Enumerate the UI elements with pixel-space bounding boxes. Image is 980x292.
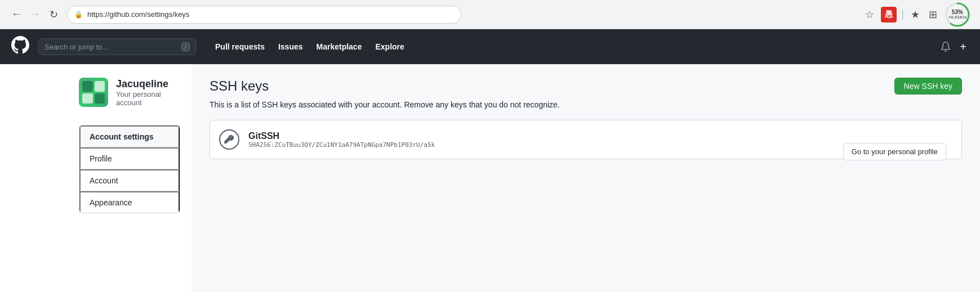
personal-profile-section: Go to your personal profile xyxy=(843,143,946,160)
key-info: GitSSH SHA256:ZCuTBuu3QY/ZCu1NY1aA79ATpN… xyxy=(248,131,435,149)
url-text: https://github.com/settings/keys xyxy=(87,10,189,19)
sidebar-item-account[interactable]: Account xyxy=(79,169,180,191)
extensions-button[interactable]: 愚 xyxy=(881,7,897,23)
user-info: Jacuqeline Your personal account xyxy=(116,78,180,107)
avatar-cell-tl xyxy=(82,81,93,92)
github-logo[interactable] xyxy=(11,36,29,58)
github-header: Search or jump to... / Pull requests Iss… xyxy=(0,29,980,64)
nav-explore[interactable]: Explore xyxy=(369,38,409,56)
search-slash-hint: / xyxy=(181,42,190,51)
key-icon xyxy=(219,129,239,150)
browser-chrome: ← → ↻ 🔒 https://github.com/settings/keys… xyxy=(0,0,980,29)
search-placeholder: Search or jump to... xyxy=(44,43,108,51)
forward-button[interactable]: → xyxy=(28,6,43,23)
nav-marketplace[interactable]: Marketplace xyxy=(311,38,368,56)
nav-issues[interactable]: Issues xyxy=(273,38,309,56)
notifications-button[interactable] xyxy=(938,39,953,54)
progress-percent: 53% xyxy=(948,9,967,15)
new-ssh-key-button[interactable]: New SSH key xyxy=(894,78,962,95)
collections-button[interactable]: ⊞ xyxy=(926,6,939,23)
main-content: Jacuqeline Your personal account Account… xyxy=(0,64,980,292)
bookmark-star-button[interactable]: ☆ xyxy=(863,6,876,23)
left-panel: Jacuqeline Your personal account Account… xyxy=(0,64,191,292)
page-description: This is a list of SSH keys associated wi… xyxy=(210,99,962,111)
page-header: SSH keys New SSH key xyxy=(210,78,962,95)
progress-text: 53% +0.01K/s xyxy=(948,9,967,20)
search-box[interactable]: Search or jump to... / xyxy=(38,38,196,55)
sidebar-item-account-settings[interactable]: Account settings xyxy=(79,125,180,147)
key-fingerprint: SHA256:ZCuTBuu3QY/ZCu1NY1aA79ATpNGpa7NPb… xyxy=(248,141,435,149)
reload-button[interactable]: ↻ xyxy=(47,6,60,23)
sidebar-item-appearance[interactable]: Appearance xyxy=(79,191,180,213)
user-subtitle: Your personal account xyxy=(116,90,180,107)
page-title: SSH keys xyxy=(210,78,269,94)
nav-pull-requests[interactable]: Pull requests xyxy=(210,38,270,56)
main-nav: Pull requests Issues Marketplace Explore xyxy=(210,38,410,56)
user-section: Jacuqeline Your personal account xyxy=(79,78,180,111)
key-name: GitSSH xyxy=(248,131,435,141)
address-bar[interactable]: 🔒 https://github.com/settings/keys xyxy=(67,6,461,24)
back-button[interactable]: ← xyxy=(9,6,24,23)
nav-buttons: ← → ↻ xyxy=(9,6,60,23)
progress-speed: +0.01K/s xyxy=(948,15,967,20)
avatar-cell-br xyxy=(95,93,105,104)
settings-sidebar-nav: Account settings Profile Account Appeara… xyxy=(79,125,180,213)
content-wrapper: SSH keys New SSH key This is a list of S… xyxy=(191,64,980,292)
create-new-button[interactable]: + xyxy=(957,38,969,56)
username: Jacuqeline xyxy=(116,78,180,90)
avatar-cell-tr xyxy=(95,81,105,92)
header-right: + xyxy=(938,38,969,56)
network-indicator: 53% +0.01K/s xyxy=(944,1,971,28)
lock-icon: 🔒 xyxy=(74,11,83,19)
personal-profile-button[interactable]: Go to your personal profile xyxy=(843,143,946,160)
browser-actions: ☆ 愚 | ★ ⊞ 53% +0.01K/s xyxy=(863,1,971,28)
sidebar-item-profile[interactable]: Profile xyxy=(79,147,180,169)
favorites-button[interactable]: ★ xyxy=(908,6,922,23)
avatar xyxy=(79,78,108,107)
avatar-cell-bl xyxy=(82,93,93,104)
divider: | xyxy=(901,8,904,20)
